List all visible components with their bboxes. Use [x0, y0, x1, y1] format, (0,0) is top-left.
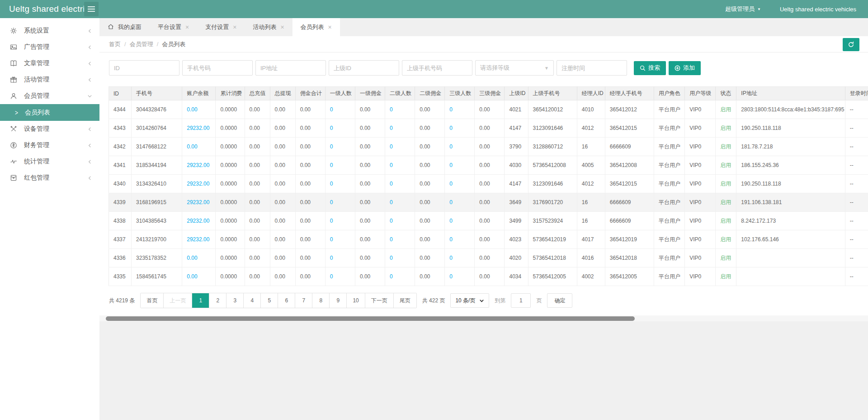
cell-手机号: 3104385643	[132, 212, 182, 230]
cell-ID: 4340	[109, 175, 132, 193]
cell-一级人数[interactable]: 0	[325, 212, 355, 230]
cell-一级人数[interactable]: 0	[325, 156, 355, 175]
cell-一级人数[interactable]: 0	[325, 267, 355, 286]
cell-账户余额[interactable]: 29232.00	[182, 193, 216, 212]
cell-上级ID: 4020	[505, 249, 528, 267]
page-number-button[interactable]: 8	[312, 293, 329, 308]
cell-三级人数[interactable]: 0	[445, 138, 475, 156]
filter-input-ID[interactable]	[109, 60, 179, 76]
cell-二级人数[interactable]: 0	[385, 193, 415, 212]
cell-一级人数[interactable]: 0	[325, 249, 355, 267]
cell-账户余额[interactable]: 29232.00	[182, 119, 216, 138]
sidebar-item[interactable]: 红包管理	[0, 170, 99, 186]
cell-账户余额[interactable]: 0.00	[182, 267, 216, 286]
cell-用户角色: 平台用户	[654, 138, 685, 156]
cell-三级人数[interactable]: 0	[445, 212, 475, 230]
cell-二级人数[interactable]: 0	[385, 138, 415, 156]
cell-一级人数[interactable]: 0	[325, 138, 355, 156]
filter-input-IP地址[interactable]	[255, 60, 326, 76]
level-select[interactable]: 请选择等级 ▼	[475, 60, 554, 76]
cell-手机号: 3185344194	[132, 156, 182, 175]
close-icon[interactable]: ×	[280, 24, 284, 30]
cell-二级人数[interactable]: 0	[385, 119, 415, 138]
page-next-button[interactable]: 下一页	[365, 293, 393, 308]
page-number-button[interactable]: 4	[243, 293, 260, 308]
add-button[interactable]: 添加	[669, 61, 701, 75]
cell-三级人数[interactable]: 0	[445, 119, 475, 138]
tab-会员列表[interactable]: 会员列表×	[292, 18, 340, 36]
page-first-button[interactable]: 首页	[141, 293, 163, 308]
table-row: 4340313432641029232.000.00000.000.000.00…	[109, 175, 868, 193]
close-icon[interactable]: ×	[328, 24, 332, 30]
page-prev-button[interactable]: 上一页	[163, 293, 192, 308]
sidebar-item[interactable]: 设备管理	[0, 121, 99, 137]
cell-一级人数[interactable]: 0	[325, 119, 355, 138]
page-number-button[interactable]: 5	[260, 293, 278, 308]
cell-二级人数[interactable]: 0	[385, 175, 415, 193]
admin-role-dropdown[interactable]: 超级管理员 ▼	[725, 5, 761, 13]
search-button[interactable]: 搜索	[634, 61, 666, 75]
cell-二级人数[interactable]: 0	[385, 212, 415, 230]
tab-平台设置[interactable]: 平台设置×	[150, 18, 197, 36]
goto-page-input[interactable]	[511, 293, 531, 308]
filter-input-上级ID[interactable]	[329, 60, 399, 76]
cell-二级人数[interactable]: 0	[385, 100, 415, 119]
cell-二级人数[interactable]: 0	[385, 267, 415, 286]
page-last-button[interactable]: 尾页	[393, 293, 416, 308]
confirm-button[interactable]: 确定	[547, 293, 572, 308]
page-number-button[interactable]: 3	[226, 293, 243, 308]
tab-支付设置[interactable]: 支付设置×	[197, 18, 245, 36]
sidebar-subitem[interactable]: >会员列表	[0, 104, 99, 121]
per-page-select[interactable]: 10 条/页	[450, 293, 489, 308]
cell-三级人数[interactable]: 0	[445, 193, 475, 212]
sidebar-item[interactable]: 统计管理	[0, 153, 99, 170]
filter-input-上级手机号码[interactable]	[402, 60, 472, 76]
sidebar-item[interactable]: 财务管理	[0, 137, 99, 153]
cell-账户余额[interactable]: 29232.00	[182, 156, 216, 175]
page-number-button[interactable]: 2	[209, 293, 226, 308]
register-time-input[interactable]	[557, 60, 627, 76]
page-number-button[interactable]: 1	[192, 293, 209, 308]
cell-一级人数[interactable]: 0	[325, 100, 355, 119]
tab-我的桌面[interactable]: 我的桌面	[99, 18, 150, 36]
cell-二级人数[interactable]: 0	[385, 230, 415, 249]
cell-总充值: 0.00	[245, 230, 270, 249]
cell-一级人数[interactable]: 0	[325, 175, 355, 193]
tab-活动列表[interactable]: 活动列表×	[245, 18, 292, 36]
close-icon[interactable]: ×	[185, 24, 189, 30]
cell-总提现: 0.00	[270, 100, 295, 119]
cell-三级人数[interactable]: 0	[445, 100, 475, 119]
cell-三级人数[interactable]: 0	[445, 267, 475, 286]
sidebar-item[interactable]: 广告管理	[0, 39, 99, 55]
page-number-button[interactable]: 7	[295, 293, 312, 308]
cell-二级人数[interactable]: 0	[385, 156, 415, 175]
cell-二级人数[interactable]: 0	[385, 249, 415, 267]
refresh-button[interactable]	[843, 38, 859, 51]
cell-账户余额[interactable]: 29232.00	[182, 230, 216, 249]
breadcrumb-item[interactable]: 首页	[109, 41, 121, 48]
goto-suffix-label: 页	[536, 297, 542, 305]
breadcrumb-item[interactable]: 会员管理	[130, 41, 153, 48]
cell-一级人数[interactable]: 0	[325, 230, 355, 249]
cell-账户余额[interactable]: 0.00	[182, 249, 216, 267]
cell-三级人数[interactable]: 0	[445, 230, 475, 249]
cell-三级人数[interactable]: 0	[445, 175, 475, 193]
sidebar-item[interactable]: 文章管理	[0, 55, 99, 72]
page-number-button[interactable]: 9	[329, 293, 346, 308]
cell-账户余额[interactable]: 29232.00	[182, 212, 216, 230]
cell-账户余额[interactable]: 0.00	[182, 100, 216, 119]
cell-三级人数[interactable]: 0	[445, 249, 475, 267]
close-icon[interactable]: ×	[233, 24, 236, 30]
page-number-button[interactable]: 10	[346, 293, 364, 308]
scrollbar-thumb[interactable]	[106, 316, 635, 321]
hamburger-menu-icon[interactable]	[84, 2, 99, 16]
sidebar-item[interactable]: 活动管理	[0, 72, 99, 88]
sidebar-item[interactable]: 系统设置	[0, 23, 99, 39]
filter-input-手机号码[interactable]	[182, 60, 253, 76]
sidebar-item[interactable]: 会员管理	[0, 88, 99, 104]
cell-三级人数[interactable]: 0	[445, 156, 475, 175]
cell-一级人数[interactable]: 0	[325, 193, 355, 212]
cell-账户余额[interactable]: 29232.00	[182, 175, 216, 193]
cell-账户余额[interactable]: 0.00	[182, 138, 216, 156]
page-number-button[interactable]: 6	[278, 293, 295, 308]
